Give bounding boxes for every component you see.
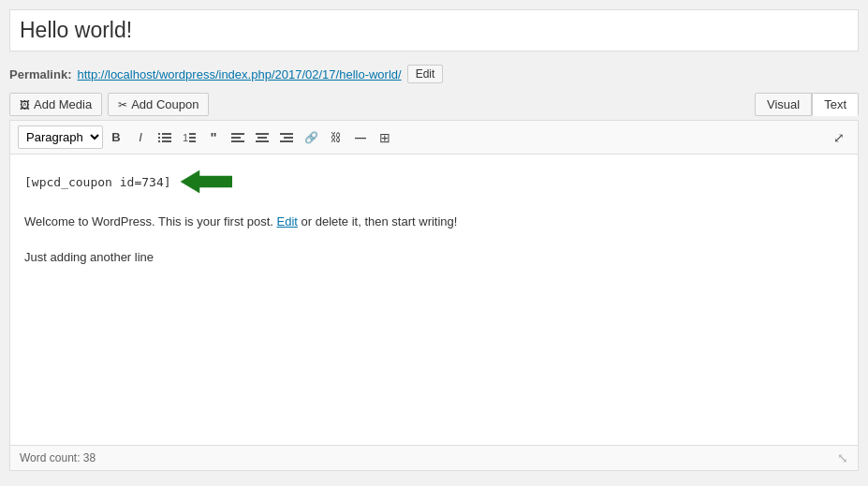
resize-handle[interactable]: ⤡: [837, 450, 848, 465]
shortcode-line: [wpcd_coupon id=734]: [24, 169, 844, 195]
svg-rect-3: [162, 137, 171, 139]
permalink-label: Permalink:: [9, 67, 71, 81]
word-count: Word count: 38: [20, 451, 96, 464]
align-left-icon: [231, 131, 244, 144]
svg-rect-12: [231, 140, 244, 142]
ol-icon: 1.: [183, 131, 196, 144]
permalink-bar: Permalink: http://localhost/wordpress/in…: [9, 59, 859, 89]
svg-rect-17: [284, 137, 293, 139]
unordered-list-button[interactable]: [154, 128, 176, 147]
svg-rect-9: [189, 140, 196, 142]
shortcode-text: [wpcd_coupon id=734]: [24, 175, 171, 189]
word-count-label: Word count:: [20, 451, 80, 464]
ordered-list-button[interactable]: 1.: [178, 128, 200, 147]
italic-button[interactable]: I: [129, 127, 152, 147]
green-arrow-icon: [181, 169, 232, 195]
add-coupon-icon: [118, 97, 127, 111]
fullscreen-button[interactable]: ⤢: [828, 127, 850, 148]
view-tabs: Visual Text: [755, 93, 859, 116]
svg-rect-4: [158, 140, 160, 142]
svg-rect-11: [231, 137, 241, 139]
content-paragraph-2: Just adding another line: [24, 247, 844, 268]
align-right-icon: [280, 131, 293, 144]
editor-wrapper: Permalink: http://localhost/wordpress/in…: [0, 0, 868, 486]
svg-rect-5: [162, 140, 171, 142]
svg-rect-2: [158, 137, 160, 139]
svg-rect-0: [158, 133, 160, 135]
svg-rect-1: [162, 133, 171, 135]
blockquote-button[interactable]: ": [202, 126, 225, 148]
insert-table-button[interactable]: ⊞: [374, 127, 396, 148]
insert-link-button[interactable]: 🔗: [300, 128, 323, 147]
bold-button[interactable]: B: [105, 127, 127, 147]
content-paragraph-1: Welcome to WordPress. This is your first…: [24, 212, 844, 232]
title-area: [9, 9, 859, 52]
svg-rect-16: [280, 133, 293, 135]
svg-rect-15: [256, 140, 269, 142]
editor-content-area[interactable]: [wpcd_coupon id=734] Welcome to WordPres…: [10, 155, 858, 445]
permalink-url[interactable]: http://localhost/wordpress/index.php/201…: [77, 67, 401, 81]
svg-rect-10: [231, 133, 244, 135]
top-toolbar: Add Media Add Coupon Visual Text: [9, 89, 859, 120]
tab-text[interactable]: Text: [812, 93, 859, 116]
editor-footer: Word count: 38 ⤡: [10, 445, 858, 470]
edit-link[interactable]: Edit: [276, 214, 297, 228]
svg-rect-14: [257, 137, 267, 139]
svg-marker-19: [181, 170, 232, 193]
remove-link-button[interactable]: ⛓: [325, 128, 347, 147]
align-left-button[interactable]: [227, 128, 249, 147]
add-media-icon: [20, 97, 30, 111]
svg-rect-8: [189, 137, 196, 139]
formatting-bar: Paragraph Heading 1 Heading 2 Heading 3 …: [10, 121, 858, 155]
svg-rect-13: [256, 133, 269, 135]
align-right-button[interactable]: [275, 128, 298, 147]
ul-icon: [158, 131, 171, 144]
add-media-label: Add Media: [34, 97, 92, 111]
add-media-button[interactable]: Add Media: [9, 93, 102, 116]
svg-rect-7: [189, 133, 196, 135]
svg-rect-18: [280, 140, 293, 142]
paragraph-select[interactable]: Paragraph Heading 1 Heading 2 Heading 3: [18, 125, 103, 149]
insert-more-button[interactable]: —: [349, 128, 372, 147]
tab-visual[interactable]: Visual: [755, 93, 812, 116]
align-center-icon: [256, 131, 269, 144]
add-coupon-button[interactable]: Add Coupon: [108, 93, 209, 116]
word-count-value: 38: [83, 451, 96, 464]
post-title-input[interactable]: [20, 18, 848, 43]
toolbar-left: Add Media Add Coupon: [9, 93, 209, 116]
permalink-edit-button[interactable]: Edit: [407, 65, 444, 83]
content-editor: Paragraph Heading 1 Heading 2 Heading 3 …: [9, 120, 859, 471]
align-center-button[interactable]: [251, 128, 273, 147]
add-coupon-label: Add Coupon: [131, 97, 199, 111]
